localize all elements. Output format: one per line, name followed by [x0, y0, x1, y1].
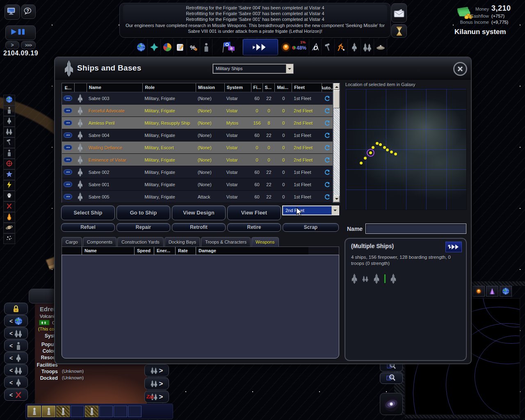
toolbar-globe-button[interactable] [135, 39, 148, 55]
automation-toggle-icon[interactable] [322, 191, 333, 203]
tab-cargo[interactable]: Cargo [62, 237, 82, 247]
sidebar-target-button[interactable] [3, 159, 15, 169]
fleet-flag-button[interactable] [445, 242, 462, 252]
galaxy-view-button[interactable] [380, 393, 403, 415]
table-row[interactable]: «»Sabre 002Military, Frigate(None)Vistar… [62, 166, 333, 178]
toolbar-hammer-button[interactable] [322, 39, 335, 55]
expand-pill-icon[interactable]: «» [64, 145, 72, 150]
table-row[interactable]: «»Aimless PerilMilitary, Resupply Ship(N… [62, 117, 333, 129]
toolbar-plus-button[interactable] [148, 39, 161, 55]
column-header[interactable] [74, 83, 87, 92]
expand-cell[interactable]: «» [62, 117, 74, 129]
automation-toggle-icon[interactable] [322, 117, 333, 129]
expand-pill-icon[interactable]: «» [64, 169, 72, 175]
toolbar-compass-button[interactable]: D [309, 39, 322, 55]
toolbar-bulb-button[interactable]: 1%48% [278, 39, 309, 55]
ship-quick-button[interactable]: Zzz> [144, 390, 169, 403]
toolbar-fleet-button[interactable] [361, 39, 374, 55]
expand-pill-icon[interactable]: «» [64, 182, 72, 187]
expand-cell[interactable]: «» [62, 92, 74, 104]
retire-button[interactable]: Retire [227, 223, 281, 232]
sidebar-person-button[interactable] [3, 148, 15, 159]
speed-fast-button[interactable]: >>> [21, 41, 36, 49]
dropdown-arrow-icon[interactable] [331, 206, 338, 215]
sidebar-ship-button[interactable] [3, 116, 15, 127]
selection-slot[interactable] [114, 406, 127, 417]
table-row[interactable]: «»Eminence of VistarMilitary, Frigate(No… [62, 154, 333, 166]
automation-toggle-icon[interactable] [322, 92, 333, 104]
play-pause-button[interactable] [5, 25, 36, 40]
toolbar-ship-button[interactable] [348, 39, 361, 55]
toolbar-notepad-button[interactable] [174, 39, 187, 55]
retrofit-button[interactable]: Retrofit [172, 223, 226, 232]
expand-cell[interactable]: «» [62, 142, 74, 153]
expand-cell[interactable]: «» [62, 105, 74, 116]
selection-slot[interactable] [27, 406, 41, 417]
messages-log-button[interactable] [391, 3, 407, 23]
sidebar-bolt-button[interactable] [3, 180, 15, 191]
expand-cell[interactable]: «» [62, 178, 74, 190]
column-header[interactable]: System [224, 83, 251, 92]
automation-toggle-icon[interactable] [322, 178, 333, 190]
selection-slot[interactable] [128, 406, 142, 417]
automation-toggle-icon[interactable] [322, 129, 333, 141]
scrap-button[interactable]: Scrap [283, 223, 339, 232]
sidebar-cluster-button[interactable] [3, 233, 15, 244]
table-row[interactable]: «»Wailing DefianceMilitary, Escort(None)… [62, 142, 333, 154]
ship-quick-button[interactable]: > [144, 377, 169, 390]
ship-filter-dropdown[interactable]: Military Ships [213, 64, 293, 73]
close-button[interactable] [453, 62, 467, 76]
go-to-ship-button[interactable]: Go to Ship [116, 205, 170, 220]
expand-pill-icon[interactable]: «» [64, 157, 72, 162]
toolbar-percent-button[interactable]: % [187, 39, 200, 55]
selection-slot[interactable] [99, 406, 113, 417]
fleet-dropdown[interactable]: 2nd Fleet [283, 206, 339, 215]
select-ship-button[interactable]: Select Ship [61, 205, 115, 220]
messages-button[interactable] [5, 5, 20, 20]
time-events-button[interactable] [391, 24, 407, 38]
galaxy-location-map[interactable] [345, 89, 467, 210]
table-row[interactable]: «»Sabre 003Military, Frigate(None)Vistar… [62, 92, 333, 105]
column-header[interactable]: Fi... [251, 83, 262, 92]
table-row[interactable]: «»Sabre 001Military, Frigate(None)Vistar… [62, 178, 333, 191]
speed-normal-button[interactable]: > [5, 41, 19, 49]
column-header[interactable]: Mai... [274, 83, 292, 92]
tab-components[interactable]: Components [83, 237, 116, 247]
automation-toggle-icon[interactable] [322, 154, 333, 166]
toolbar-person-button[interactable] [200, 39, 212, 55]
cycle-lock-button[interactable] [4, 303, 28, 315]
minimap-beam-button[interactable] [486, 286, 498, 297]
selection-slot[interactable] [42, 406, 55, 417]
expand-cell[interactable]: «» [62, 166, 74, 178]
scroll-up-icon[interactable] [333, 83, 340, 90]
ship-quick-button[interactable]: > [144, 364, 169, 377]
minimap-globe-button[interactable] [500, 286, 512, 297]
cycle-ship-button[interactable]: < [4, 377, 28, 388]
table-row[interactable]: «»Sabre 005Military, FrigateAttackVistar… [62, 191, 333, 203]
tab-weapons[interactable]: Weapons [251, 237, 278, 247]
tab-troops-characters[interactable]: Troops & Characters [201, 237, 251, 247]
cycle-person-button[interactable]: < [4, 340, 28, 352]
expand-pill-icon[interactable]: «» [64, 120, 72, 126]
sidebar-saturn-button[interactable] [3, 223, 15, 233]
automation-toggle-icon[interactable] [322, 166, 333, 178]
notification-panel[interactable]: Retrofitting for the Frigate 'Sabre 004'… [119, 3, 391, 38]
repair-button[interactable]: Repair [116, 223, 170, 232]
sidebar-tools-button[interactable] [3, 201, 15, 212]
view-design-button[interactable]: View Design [172, 205, 226, 220]
automation-toggle-icon[interactable] [322, 105, 333, 116]
table-row[interactable]: «»Sabre 004Military, Frigate(None)Vistar… [62, 129, 333, 142]
tab-docking-bays[interactable]: Docking Bays [164, 237, 200, 247]
expand-pill-icon[interactable]: «» [64, 108, 72, 113]
cycle-fleet-button[interactable]: < [4, 364, 28, 376]
toolbar-crane-button[interactable] [335, 39, 348, 55]
automation-toggle-icon[interactable] [322, 142, 333, 153]
view-fleet-button[interactable]: View Fleet [227, 205, 281, 220]
column-header[interactable]: S... [262, 83, 275, 92]
column-header[interactable]: Mission [196, 83, 224, 92]
column-header[interactable]: E... [62, 83, 74, 92]
table-row[interactable]: «»Forceful AdvocateMilitary, Frigate(Non… [62, 105, 333, 117]
toolbar-base-button[interactable] [374, 39, 387, 55]
cycle-globe-button[interactable]: < [4, 315, 28, 327]
expand-pill-icon[interactable]: «» [64, 132, 72, 138]
